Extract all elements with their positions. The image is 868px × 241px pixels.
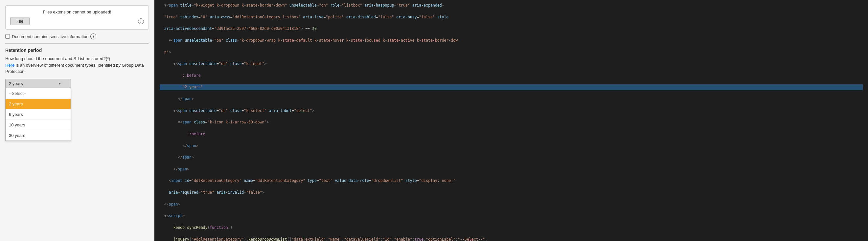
code-line: <input id="ddlRetentionCategory" name="d…: [160, 178, 863, 184]
dropdown-item-10years[interactable]: 10 years: [6, 120, 71, 130]
code-line: ▼<span title="k-widget k-dropdown k-stat…: [160, 3, 863, 8]
upload-error-row: File i: [10, 17, 144, 25]
code-line: {jQuery("#ddlRetentionCategory").kendoDr…: [160, 237, 863, 241]
dropdown-item-select[interactable]: --Select--: [6, 88, 71, 99]
code-line: "true" tabindex="0" aria-owns="ddlRetent…: [160, 14, 863, 20]
retention-dropdown-container: 2 years ▼ --Select--2 years6 years10 yea…: [5, 79, 71, 88]
code-line: </span>: [160, 167, 863, 172]
retention-question: How long should the document and S-List …: [5, 56, 110, 61]
retention-dropdown-list: --Select--2 years6 years10 years30 years: [5, 88, 71, 141]
dropdown-item-2years[interactable]: 2 years: [6, 99, 71, 109]
code-line: ::before: [160, 73, 863, 79]
dropdown-item-6years[interactable]: 6 years: [6, 109, 71, 120]
code-line: </span>: [160, 96, 863, 102]
sensitive-checkbox-label: Document contains sensitive information: [12, 34, 88, 39]
retention-dropdown-selected[interactable]: 2 years ▼: [5, 79, 71, 88]
code-panel: ▼<span title="k-widget k-dropdown k-stat…: [154, 0, 868, 241]
dropdown-arrow-icon: ▼: [58, 82, 61, 85]
code-content: ▼<span title="k-widget k-dropdown k-stat…: [154, 0, 868, 241]
retention-desc: How long should the document and S-List …: [5, 56, 149, 75]
retention-link[interactable]: Here: [5, 63, 14, 68]
code-line: </span>: [160, 202, 863, 208]
dropdown-item-30years[interactable]: 30 years: [6, 130, 71, 141]
divider: [5, 43, 149, 44]
code-line: ▼<span unselectable="on" class="k-dropdo…: [160, 38, 863, 44]
file-button[interactable]: File: [10, 17, 30, 25]
code-line: aria-activedescendant="3d9fac25-2597-466…: [160, 26, 863, 32]
retention-section: Retention period How long should the doc…: [5, 47, 149, 88]
code-line: ▼<script>: [160, 213, 863, 219]
code-line: </span>: [160, 154, 863, 161]
retention-title: Retention period: [5, 47, 149, 53]
code-line: aria-required="true" aria-invalid="false…: [160, 190, 863, 196]
retention-selected-value: 2 years: [9, 81, 23, 86]
sensitive-checkbox[interactable]: [5, 34, 10, 39]
code-line: n">: [160, 49, 863, 56]
upload-error-box: Files extension cannot be uploaded! File…: [5, 5, 149, 30]
code-line: ▼<span class="k-icon k-i-arrow-60-down">: [160, 119, 863, 126]
code-line: </span>: [160, 143, 863, 149]
code-line: kendo.syncReady(function(): [160, 225, 863, 231]
sensitive-info-icon[interactable]: i: [90, 33, 96, 39]
code-line: ::before: [160, 131, 863, 137]
upload-info-icon[interactable]: i: [138, 19, 144, 24]
retention-desc-after: is an overview of different document typ…: [5, 63, 144, 74]
left-panel: Files extension cannot be uploaded! File…: [0, 0, 154, 241]
code-line: "2 years": [160, 84, 863, 90]
upload-error-title: Files extension cannot be uploaded!: [10, 9, 144, 14]
sensitive-checkbox-row: Document contains sensitive information …: [5, 33, 149, 39]
code-line: ▼<span unselectable="on" class="k-input"…: [160, 61, 863, 67]
code-line: ▼<span unselectable="on" class="k-select…: [160, 108, 863, 114]
